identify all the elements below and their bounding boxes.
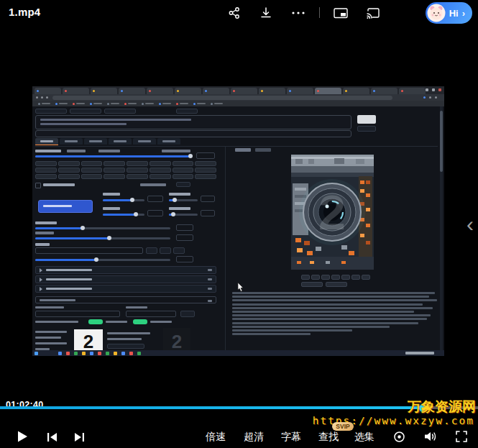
- label-bar: [150, 321, 172, 323]
- info-line: [232, 299, 437, 301]
- label-bar: [35, 306, 64, 308]
- image-action-button: [362, 275, 370, 280]
- taskbar-app-icon: [58, 352, 62, 355]
- seed-input: [35, 247, 143, 254]
- xyz-x-dropdown: [35, 311, 120, 317]
- taskbar-app-icon: [121, 352, 125, 355]
- more-options-icon[interactable]: [290, 6, 307, 19]
- cfg-label-bar: [35, 221, 57, 224]
- script-dropdown: [35, 296, 216, 303]
- sampler-option: [150, 174, 171, 179]
- panel-collapse-chevron[interactable]: ‹: [466, 214, 474, 235]
- batch-size-value: [201, 210, 215, 216]
- sampler-option: [35, 161, 57, 166]
- speed-button[interactable]: 倍速: [206, 431, 226, 444]
- image-action-button: [321, 275, 330, 280]
- browser-tab-strip: [32, 86, 444, 94]
- browser-tab: [343, 88, 369, 94]
- bookmark-item: [124, 103, 137, 105]
- info-line: [232, 322, 418, 324]
- info-line: [232, 311, 414, 313]
- share-icon[interactable]: [228, 6, 241, 19]
- batch-label-bar: [169, 193, 190, 196]
- info-line: [232, 296, 429, 298]
- denoise-value: [176, 234, 193, 241]
- video-surface[interactable]: 2 2: [32, 86, 444, 356]
- webui-small-button: [357, 126, 376, 132]
- cast-screen-icon[interactable]: [365, 6, 381, 19]
- bookmark-item: [90, 103, 102, 105]
- info-line: [232, 329, 352, 332]
- taskbar-app-icon: [74, 352, 78, 355]
- bookmark-item: [193, 103, 206, 105]
- batch-size-label-bar: [169, 207, 190, 210]
- video-player: 1.mp4 Hi ›: [0, 0, 478, 448]
- label-bar: [35, 232, 54, 234]
- sampler-option: [58, 168, 80, 173]
- webui-quicksetting: [104, 109, 136, 114]
- webui-small-button: [107, 344, 144, 349]
- extra-value: [176, 256, 193, 262]
- label-bar: [67, 150, 86, 152]
- volume-icon[interactable]: [423, 430, 437, 443]
- steps-value: [196, 152, 215, 159]
- address-field: [52, 96, 392, 100]
- sampler-grid: [35, 161, 216, 179]
- bookmark-item: [73, 103, 85, 105]
- info-line: [232, 307, 433, 309]
- quality-button[interactable]: 超清: [244, 431, 264, 444]
- webui-quicksetting: [70, 109, 101, 114]
- account-button[interactable]: Hi ›: [426, 2, 472, 24]
- avatar: [427, 4, 446, 22]
- sampler-option: [127, 174, 148, 179]
- bookmark-item: [55, 103, 68, 105]
- play-button[interactable]: [15, 429, 29, 444]
- sampler-option: [104, 161, 125, 166]
- bookmark-item: [176, 103, 188, 105]
- negative-prompt-textarea: [35, 130, 351, 137]
- previous-button[interactable]: [46, 431, 58, 443]
- info-line: [232, 318, 427, 320]
- progress-fill: [0, 406, 423, 409]
- webui-tab: [84, 138, 107, 145]
- next-button[interactable]: [73, 431, 86, 443]
- bookmark-item: [159, 103, 171, 105]
- taskbar-app-icon: [90, 352, 93, 355]
- progress-bar[interactable]: [0, 406, 478, 409]
- picture-in-picture-icon[interactable]: [333, 6, 349, 19]
- taskbar-apps: [58, 352, 141, 355]
- image-action-button: [311, 275, 320, 280]
- sampler-option: [173, 174, 194, 179]
- image-action-button: [341, 275, 350, 280]
- sampler-option: [195, 161, 216, 166]
- panel-divider: [225, 147, 226, 350]
- browser-tab: [399, 88, 426, 94]
- record-icon[interactable]: [393, 431, 405, 443]
- adetailer-accordion: [35, 266, 216, 274]
- label-bar: [35, 337, 61, 339]
- chevron-right-icon: ›: [462, 8, 465, 19]
- fullscreen-icon[interactable]: [455, 430, 468, 443]
- sampler-option: [81, 174, 103, 179]
- browser-tab: [63, 88, 89, 94]
- steps-slider: [35, 155, 190, 157]
- cfg-value: [176, 224, 193, 231]
- browser-bookmarks-bar: [32, 101, 444, 106]
- webui-tab-active: [35, 138, 58, 145]
- enabled-badge: [88, 319, 103, 324]
- download-icon[interactable]: [259, 6, 272, 19]
- browser-tab: [315, 88, 341, 94]
- taskbar-app-icon: [66, 352, 70, 355]
- info-line: [232, 292, 435, 294]
- episodes-button[interactable]: 选集: [354, 431, 374, 444]
- account-greeting: Hi: [449, 8, 459, 19]
- sampler-option: [150, 168, 171, 173]
- find-button[interactable]: 查找: [318, 431, 339, 444]
- subtitles-button[interactable]: 字幕: [281, 431, 301, 444]
- bookmark-item: [142, 103, 154, 105]
- label-bar: [35, 342, 67, 344]
- sampler-option: [195, 168, 216, 173]
- browser-tab: [175, 88, 201, 94]
- sampler-option: [195, 174, 216, 179]
- sampler-option: [104, 174, 125, 179]
